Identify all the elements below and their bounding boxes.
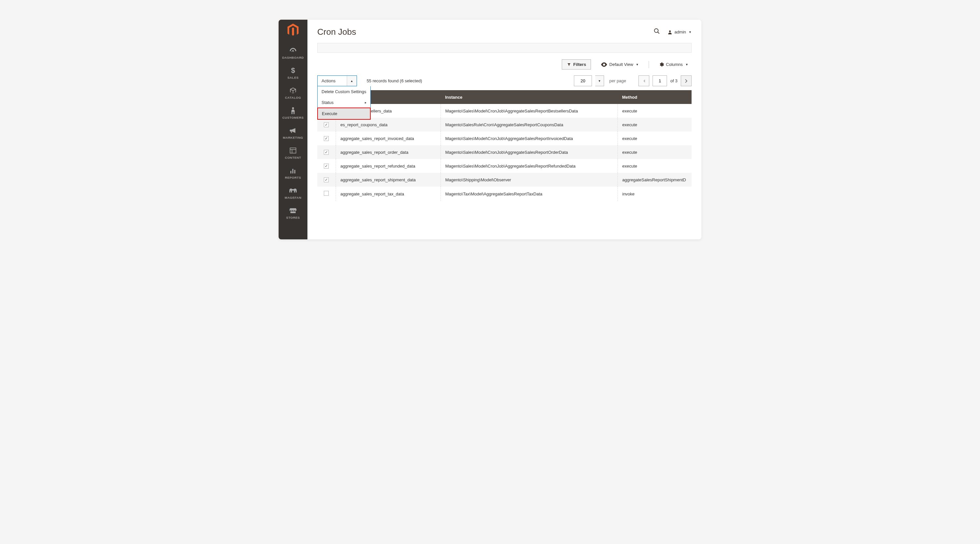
sidebar-item-marketing[interactable]: MARKETING [282, 123, 304, 143]
grid-table: ▼ Instance Method ✓es_report_bestsellers… [317, 90, 692, 201]
row-checkbox[interactable]: ✓ [324, 136, 329, 141]
svg-rect-6 [294, 170, 295, 174]
sidebar-item-label: MAGEFAN [285, 196, 302, 199]
sidebar-item-label: STORES [286, 216, 300, 219]
svg-rect-5 [292, 169, 293, 174]
cell-instance: Magento\Sales\Model\CronJob\AggregateSal… [441, 131, 617, 145]
actions-menu-item[interactable]: Status [318, 97, 371, 108]
chevron-right-icon [685, 79, 688, 83]
svg-point-7 [654, 29, 658, 33]
page-number-input[interactable] [652, 75, 667, 86]
actions-menu: Delete Custom SettingsStatusExecute [317, 86, 371, 120]
row-checkbox[interactable] [324, 191, 329, 196]
page-size-dropdown[interactable]: ▼ [595, 75, 604, 86]
per-page-label: per page [609, 78, 626, 83]
cell-method: aggregateSalesReportShipmentD [617, 173, 692, 187]
svg-rect-1 [290, 148, 296, 153]
default-view-button[interactable]: Default View ▼ [598, 60, 642, 69]
sidebar-item-label: CATALOG [285, 96, 301, 99]
cell-instance: Magento\Sales\Model\CronJob\AggregateSal… [441, 159, 617, 173]
sidebar-item-label: CONTENT [285, 156, 301, 160]
column-header-method[interactable]: Method [617, 90, 692, 104]
caret-down-icon: ▼ [636, 63, 639, 66]
table-row[interactable]: ✓es_report_bestsellers_dataMagento\Sales… [317, 104, 692, 118]
cell-code: aggregate_sales_report_tax_data [336, 187, 441, 201]
sidebar-item-catalog[interactable]: CATALOG [282, 83, 304, 103]
cell-method: execute [617, 159, 692, 173]
sidebar-item-content[interactable]: CONTENT [282, 143, 304, 163]
sidebar-item-label: MARKETING [283, 136, 303, 139]
pagination: of 3 [638, 75, 692, 86]
cell-instance: Magento\Tax\Model\AggregateSalesReportTa… [441, 187, 617, 201]
next-page-button[interactable] [681, 75, 692, 86]
megaphone-icon [290, 126, 297, 134]
notification-bar [317, 43, 692, 53]
column-header-instance[interactable]: Instance [441, 90, 617, 104]
header-actions: admin ▼ [654, 28, 692, 36]
sidebar-item-dashboard[interactable]: DASHBOARD [282, 43, 304, 63]
table-row[interactable]: ✓aggregate_sales_report_shipment_dataMag… [317, 173, 692, 187]
svg-point-0 [292, 107, 294, 109]
layout-icon [290, 147, 296, 155]
page-size-control: ▼ per page [574, 75, 633, 86]
actions-menu-item[interactable]: Delete Custom Settings [318, 86, 371, 97]
page-size-input[interactable] [574, 75, 592, 86]
cell-method: execute [617, 118, 692, 131]
cell-method: execute [617, 104, 692, 118]
row-checkbox[interactable]: ✓ [324, 177, 329, 182]
main-content: Cron Jobs admin ▼ Filters Default Vi [307, 20, 702, 239]
sidebar-item-label: CUSTOMERS [282, 116, 304, 120]
magento-logo-icon[interactable] [286, 24, 299, 37]
dollar-icon: $ [291, 67, 295, 75]
prev-page-button[interactable] [638, 75, 649, 86]
table-row[interactable]: aggregate_sales_report_tax_dataMagento\T… [317, 187, 692, 201]
admin-user-menu[interactable]: admin ▼ [667, 30, 692, 35]
cell-code: aggregate_sales_report_invoiced_data [336, 131, 441, 145]
sidebar-item-reports[interactable]: REPORTS [282, 163, 304, 183]
sidebar-item-label: SALES [288, 76, 299, 79]
actions-button[interactable]: Actions ▲ [317, 75, 357, 86]
row-checkbox[interactable]: ✓ [324, 122, 329, 127]
sidebar-item-stores[interactable]: STORES [282, 203, 304, 223]
row-checkbox[interactable]: ✓ [324, 150, 329, 155]
grid-toolbar: Filters Default View ▼ Columns ▼ [307, 59, 702, 75]
cell-code: es_report_coupons_data [336, 118, 441, 131]
sidebar: DASHBOARD$SALESCATALOGCUSTOMERSMARKETING… [278, 20, 307, 239]
stores-icon [290, 207, 297, 214]
table-row[interactable]: ✓aggregate_sales_report_order_dataMagent… [317, 145, 692, 159]
cell-instance: Magento\SalesRule\Cron\AggregateSalesRep… [441, 118, 617, 131]
search-icon[interactable] [654, 28, 660, 36]
bars-icon [290, 167, 296, 174]
chevron-left-icon [643, 79, 645, 83]
sidebar-item-label: DASHBOARD [282, 56, 304, 59]
cron-jobs-table: ▼ Instance Method ✓es_report_bestsellers… [317, 90, 692, 201]
cell-code: aggregate_sales_report_order_data [336, 145, 441, 159]
caret-down-icon: ▼ [689, 30, 692, 34]
page-of-label: of 3 [670, 78, 678, 83]
row-checkbox[interactable]: ✓ [324, 164, 329, 169]
sidebar-item-magefan[interactable]: MAGEFAN [282, 183, 304, 203]
svg-point-9 [669, 30, 671, 32]
dashboard-icon [289, 46, 297, 54]
filters-button[interactable]: Filters [562, 59, 591, 70]
svg-rect-4 [290, 171, 291, 174]
eye-icon [601, 62, 607, 67]
admin-wrapper: DASHBOARD$SALESCATALOGCUSTOMERSMARKETING… [278, 20, 702, 239]
cell-instance: Magento\Sales\Model\CronJob\AggregateSal… [441, 104, 617, 118]
table-row[interactable]: ✓es_report_coupons_dataMagento\SalesRule… [317, 118, 692, 131]
cell-method: invoke [617, 187, 692, 201]
cell-code: aggregate_sales_report_shipment_data [336, 173, 441, 187]
table-row[interactable]: ✓aggregate_sales_report_invoiced_dataMag… [317, 131, 692, 145]
columns-button[interactable]: Columns ▼ [655, 60, 692, 69]
sidebar-item-sales[interactable]: $SALES [282, 63, 304, 83]
cell-instance: Magento\Sales\Model\CronJob\AggregateSal… [441, 145, 617, 159]
actions-menu-item[interactable]: Execute [317, 108, 371, 120]
sidebar-item-customers[interactable]: CUSTOMERS [282, 103, 304, 123]
box-icon [290, 86, 297, 94]
actions-dropdown[interactable]: Actions ▲ Delete Custom SettingsStatusEx… [317, 75, 357, 86]
caret-up-icon[interactable]: ▲ [347, 76, 356, 86]
funnel-icon [567, 63, 571, 67]
sidebar-item-label: REPORTS [285, 176, 301, 179]
table-row[interactable]: ✓aggregate_sales_report_refunded_dataMag… [317, 159, 692, 173]
cell-code: aggregate_sales_report_refunded_data [336, 159, 441, 173]
